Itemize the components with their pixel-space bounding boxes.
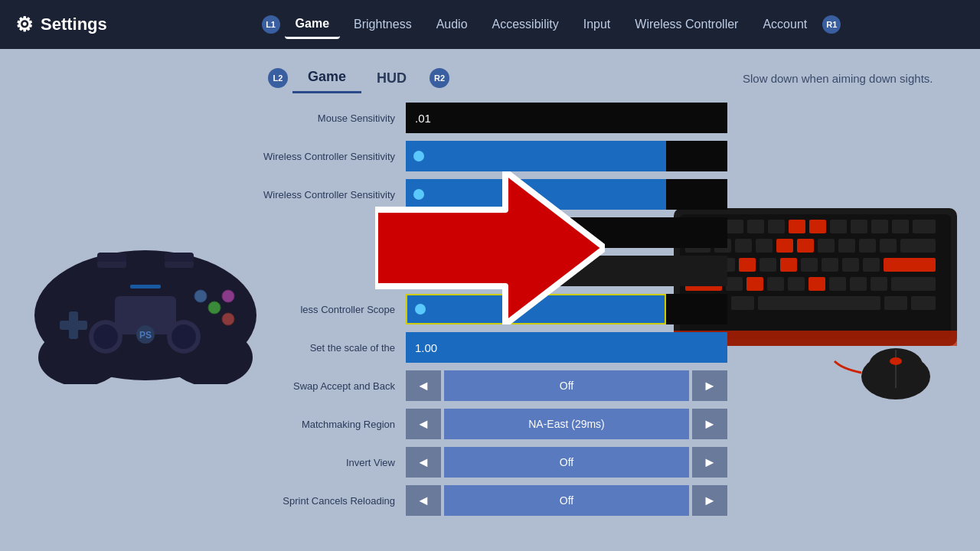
- scope-slider-bar: [406, 294, 666, 324]
- svg-point-76: [890, 357, 902, 365]
- slider-thumb-1: [413, 151, 424, 161]
- small-value-row: .: [253, 253, 727, 289]
- svg-rect-42: [818, 239, 835, 253]
- scope-slider[interactable]: [406, 294, 727, 324]
- svg-rect-32: [851, 220, 867, 233]
- svg-rect-33: [871, 220, 888, 233]
- nav-item-wireless-controller[interactable]: Wireless Controller: [624, 11, 749, 37]
- svg-point-8: [222, 290, 234, 302]
- invert-view-right-arrow[interactable]: ►: [692, 447, 727, 478]
- swap-accept-row: Swap Accept and Back ◄ Off ►: [253, 367, 727, 404]
- sprint-cancels-right-arrow[interactable]: ►: [692, 485, 727, 516]
- svg-rect-20: [165, 253, 194, 262]
- svg-rect-55: [863, 258, 880, 272]
- invert-view-row: Invert View ◄ Off ►: [253, 444, 727, 481]
- svg-rect-69: [758, 296, 880, 310]
- scale-control: 1.00: [406, 332, 727, 363]
- sprint-cancels-left-arrow[interactable]: ◄: [406, 485, 441, 516]
- description-text: Slow down when aiming down sights.: [743, 72, 942, 85]
- sprint-cancels-control: ◄ Off ►: [406, 485, 727, 516]
- svg-rect-26: [727, 220, 743, 233]
- scope-label: less Controller Scope: [253, 304, 406, 315]
- svg-rect-54: [842, 258, 859, 272]
- matchmaking-row: Matchmaking Region ◄ NA-East (29ms) ►: [253, 406, 727, 442]
- svg-rect-29: [789, 220, 805, 233]
- svg-rect-27: [747, 220, 764, 233]
- slider-bar-1: [406, 141, 666, 171]
- svg-rect-45: [880, 239, 897, 253]
- nav-item-brightness[interactable]: Brightness: [343, 11, 423, 37]
- svg-rect-35: [913, 220, 936, 233]
- svg-rect-49: [739, 258, 756, 272]
- l1-badge: L1: [262, 15, 280, 34]
- swap-accept-control: ◄ Off ►: [406, 370, 727, 401]
- small-value-display[interactable]: .: [406, 256, 727, 286]
- tab-hud[interactable]: HUD: [361, 64, 422, 93]
- wc-sensitivity-2-label: Wireless Controller Sensitivity: [253, 189, 406, 201]
- value-01-display[interactable]: .01: [406, 217, 727, 248]
- matchmaking-control: ◄ NA-East (29ms) ►: [406, 409, 727, 439]
- scale-row: Set the scale of the 1.00: [253, 329, 727, 366]
- scope-control: [406, 294, 727, 324]
- mouse-sensitivity-label: Mouse Sensitivity: [253, 112, 406, 124]
- slider-thumb-2: [413, 189, 424, 200]
- svg-rect-66: [891, 277, 936, 291]
- nav-item-game[interactable]: Game: [285, 11, 340, 39]
- wc-sensitivity-2-control: [406, 179, 727, 210]
- slider-end-1: [666, 141, 727, 171]
- invert-view-value: Off: [444, 447, 689, 478]
- mouse-sensitivity-row: Mouse Sensitivity .01: [253, 99, 727, 136]
- svg-rect-56: [884, 258, 936, 272]
- matchmaking-left-arrow[interactable]: ◄: [406, 409, 441, 439]
- svg-rect-41: [797, 239, 814, 253]
- svg-rect-52: [801, 258, 818, 272]
- mouse-sensitivity-control: .01: [406, 103, 727, 133]
- matchmaking-right-arrow[interactable]: ►: [692, 409, 727, 439]
- svg-rect-44: [859, 239, 876, 253]
- swap-accept-right-arrow[interactable]: ►: [692, 370, 727, 401]
- wc-sensitivity-1-control: [406, 141, 727, 171]
- svg-rect-63: [829, 277, 846, 291]
- slider-bar-2: [406, 179, 666, 210]
- controller-svg: PS: [23, 216, 268, 384]
- nav-item-accessibility[interactable]: Accessibility: [482, 11, 570, 37]
- swap-accept-left-arrow[interactable]: ◄: [406, 370, 441, 401]
- invert-view-left-arrow[interactable]: ◄: [406, 447, 441, 478]
- sprint-cancels-value: Off: [444, 485, 689, 516]
- mouse-sensitivity-value[interactable]: .01: [406, 103, 727, 133]
- wc-sensitivity-2-row: Wireless Controller Sensitivity: [253, 176, 727, 213]
- svg-rect-68: [731, 296, 754, 310]
- value-01-row: .01: [253, 214, 727, 251]
- nav-item-input[interactable]: Input: [573, 11, 622, 37]
- svg-rect-60: [767, 277, 784, 291]
- wc-sensitivity-1-slider[interactable]: [406, 141, 727, 171]
- svg-rect-62: [808, 277, 825, 291]
- matchmaking-value: NA-East (29ms): [444, 409, 689, 439]
- svg-rect-59: [746, 277, 763, 291]
- gear-icon: ⚙: [15, 13, 33, 37]
- svg-rect-58: [726, 277, 743, 291]
- tabs-row: L2 Game HUD R2 Slow down when aiming dow…: [253, 49, 727, 93]
- svg-rect-51: [780, 258, 797, 272]
- swap-accept-label: Swap Accept and Back: [253, 380, 406, 392]
- wc-sensitivity-2-slider[interactable]: [406, 179, 727, 210]
- svg-rect-38: [735, 239, 752, 253]
- r1-badge: R1: [822, 15, 841, 34]
- svg-rect-21: [130, 285, 161, 289]
- scope-slider-end: [666, 294, 727, 324]
- settings-panel: L2 Game HUD R2 Slow down when aiming dow…: [253, 49, 727, 551]
- svg-point-14: [172, 324, 196, 349]
- scale-value[interactable]: 1.00: [406, 332, 727, 363]
- nav-item-audio[interactable]: Audio: [426, 11, 479, 37]
- top-navigation: ⚙ Settings L1 Game Brightness Audio Acce…: [0, 0, 980, 49]
- svg-point-7: [208, 302, 220, 314]
- tab-game[interactable]: Game: [292, 63, 361, 93]
- nav-item-account[interactable]: Account: [752, 11, 818, 37]
- svg-text:PS: PS: [139, 330, 152, 341]
- value-01-control: .01: [406, 217, 727, 248]
- svg-rect-39: [756, 239, 773, 253]
- small-value-control: .: [406, 256, 727, 286]
- invert-view-control: ◄ Off ►: [406, 447, 727, 478]
- swap-accept-value: Off: [444, 370, 689, 401]
- wc-sensitivity-1-label: Wireless Controller Sensitivity: [253, 151, 406, 162]
